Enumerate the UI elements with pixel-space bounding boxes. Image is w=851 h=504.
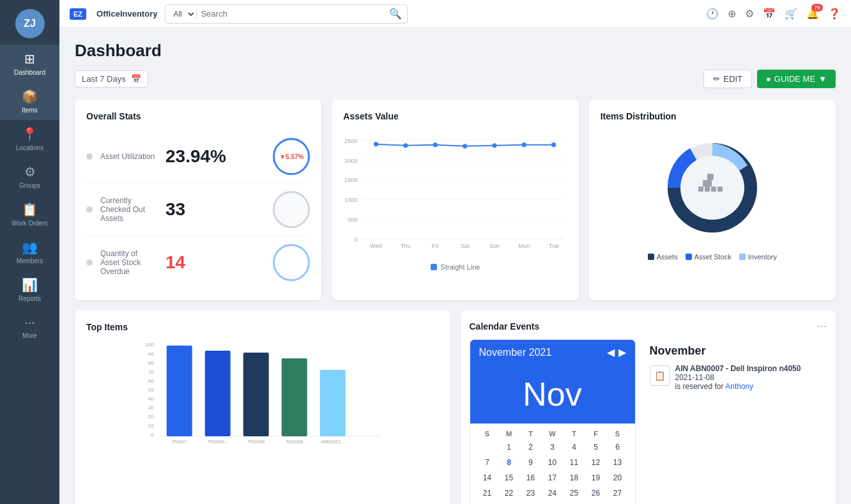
top-cards-row: Overall Stats Asset Utilization 23.94% ▼… xyxy=(75,100,836,300)
cal-day[interactable]: 10 xyxy=(542,455,564,470)
locations-icon: 📍 xyxy=(22,126,38,142)
svg-text:Sun: Sun xyxy=(489,243,500,249)
edit-icon: ✏ xyxy=(713,74,720,84)
svg-rect-29 xyxy=(707,174,714,180)
cal-day[interactable]: 16 xyxy=(520,471,542,485)
svg-text:10: 10 xyxy=(148,423,154,429)
cal-day[interactable]: 12 xyxy=(585,455,607,470)
svg-text:Mon: Mon xyxy=(519,243,530,249)
stat-value-overdue: 14 xyxy=(165,252,265,273)
bottom-cards-row: Top Items 100 90 80 70 60 50 40 30 20 10 xyxy=(75,310,836,504)
cal-day-today[interactable]: 8 xyxy=(498,455,520,470)
sidebar-item-label: Work Orders xyxy=(12,220,48,227)
cal-day[interactable]: 22 xyxy=(498,486,520,500)
work-orders-icon: 📋 xyxy=(22,202,38,217)
cal-day[interactable]: 20 xyxy=(607,471,629,485)
calendar-icon[interactable]: 📅 xyxy=(763,8,776,20)
cal-day[interactable]: 17 xyxy=(542,471,564,485)
cal-day[interactable]: 5 xyxy=(585,440,607,454)
settings-icon[interactable]: ⚙ xyxy=(745,8,754,20)
cal-day[interactable]: 6 xyxy=(607,440,629,454)
overall-stats-card: Overall Stats Asset Utilization 23.94% ▼… xyxy=(75,100,321,300)
items-distribution-title: Items Distribution xyxy=(601,111,824,121)
calendar-prev-icon[interactable]: ◀ xyxy=(607,346,615,358)
stat-dot xyxy=(86,153,93,160)
search-input[interactable] xyxy=(201,9,389,19)
sidebar-item-groups[interactable]: ⚙ Groups xyxy=(0,158,59,195)
sidebar-item-members[interactable]: 👥 Members xyxy=(0,233,59,271)
cal-day[interactable]: 14 xyxy=(477,471,498,485)
cal-day[interactable]: 18 xyxy=(564,471,585,485)
svg-text:70: 70 xyxy=(148,369,154,375)
events-month-label: November xyxy=(650,344,822,358)
dashboard-controls: Last 7 Days 📅 ✏ EDIT ● GUIDE ME ▼ xyxy=(75,70,836,88)
cal-day[interactable]: 11 xyxy=(564,455,585,470)
edit-button[interactable]: ✏ EDIT xyxy=(703,70,752,88)
svg-rect-30 xyxy=(698,187,703,192)
cal-day[interactable]: 1 xyxy=(498,440,520,454)
notification-icon[interactable]: 🔔 76 xyxy=(806,8,819,20)
sidebar-item-items[interactable]: 📦 Items xyxy=(0,82,59,120)
day-header-m: M xyxy=(498,430,520,438)
cal-day[interactable]: 26 xyxy=(585,486,607,500)
svg-rect-32 xyxy=(711,187,716,192)
assets-value-svg: 2500 2000 1500 1000 500 0 xyxy=(343,130,567,258)
sidebar-item-more[interactable]: ··· More xyxy=(0,309,59,346)
svg-text:AMD0002...: AMD0002... xyxy=(321,439,344,443)
calendar-next-icon[interactable]: ▶ xyxy=(618,346,626,358)
cal-day[interactable]: 24 xyxy=(542,486,564,500)
cal-day[interactable]: 21 xyxy=(477,486,498,500)
cal-days-grid: 1 2 3 4 5 6 7 8 9 10 11 xyxy=(477,440,629,504)
cal-day[interactable]: 15 xyxy=(498,471,520,485)
donut-svg xyxy=(655,130,770,245)
calendar-month-year: November 2021 xyxy=(479,347,552,358)
cart-icon[interactable]: 🛒 xyxy=(785,8,797,20)
cal-day[interactable]: 2 xyxy=(520,440,542,454)
cal-day[interactable]: 23 xyxy=(520,486,542,500)
stat-value-checked-out: 33 xyxy=(165,199,265,220)
search-filter-select[interactable]: All xyxy=(171,9,197,19)
cal-day[interactable] xyxy=(477,440,498,454)
cal-day[interactable]: 7 xyxy=(477,455,498,470)
legend-sq-assets xyxy=(648,254,654,260)
cal-day[interactable]: 3 xyxy=(542,440,564,454)
calendar-dots-menu[interactable]: ··· xyxy=(817,319,827,333)
sidebar-item-locations[interactable]: 📍 Locations xyxy=(0,120,59,158)
history-icon[interactable]: 🕐 xyxy=(706,8,719,20)
cal-day[interactable]: 25 xyxy=(564,486,585,500)
svg-point-18 xyxy=(551,142,556,147)
stat-label: Currently Checked Out Assets xyxy=(100,196,158,223)
day-header-t: T xyxy=(520,430,542,438)
svg-text:Sat: Sat xyxy=(461,243,470,249)
date-filter-button[interactable]: Last 7 Days 📅 xyxy=(75,70,148,88)
stat-badge-utilization: ▼5.57% xyxy=(273,138,310,175)
cal-day[interactable]: 30 xyxy=(520,501,542,504)
guide-me-button[interactable]: ● GUIDE ME ▼ xyxy=(757,70,836,88)
search-icon: 🔍 xyxy=(389,8,402,20)
help-icon[interactable]: ❓ xyxy=(828,8,841,20)
cal-day[interactable]: 27 xyxy=(607,486,629,500)
svg-text:2000: 2000 xyxy=(344,158,358,164)
svg-point-15 xyxy=(463,144,467,148)
cal-day[interactable]: 9 xyxy=(520,455,542,470)
svg-text:TIG0000...: TIG0000... xyxy=(207,439,228,443)
legend-item-assets: Assets xyxy=(648,253,678,261)
cal-day[interactable]: 4 xyxy=(564,440,585,454)
cal-day[interactable]: 19 xyxy=(585,471,607,485)
overall-stats-title: Overall Stats xyxy=(86,111,310,121)
cal-day[interactable]: 13 xyxy=(607,455,629,470)
cal-day[interactable]: 28 xyxy=(477,501,498,504)
sidebar-item-reports[interactable]: 📊 Reports xyxy=(0,271,59,309)
sidebar-item-label: Dashboard xyxy=(14,69,45,76)
add-icon[interactable]: ⊕ xyxy=(728,8,736,20)
stat-dot xyxy=(86,206,93,213)
day-header-s2: S xyxy=(607,430,629,438)
sidebar: ZJ ⊞ Dashboard 📦 Items 📍 Locations ⚙ Gro… xyxy=(0,0,59,504)
sidebar-item-dashboard[interactable]: ⊞ Dashboard xyxy=(0,45,59,82)
sidebar-item-work-orders[interactable]: 📋 Work Orders xyxy=(0,195,59,233)
assets-value-chart: 2500 2000 1500 1000 500 0 xyxy=(343,130,567,258)
cal-day[interactable]: 29 xyxy=(498,501,520,504)
svg-text:0: 0 xyxy=(151,432,154,438)
sidebar-item-label: Locations xyxy=(16,144,43,151)
legend-label-asset-stock: Asset Stock xyxy=(694,253,732,261)
